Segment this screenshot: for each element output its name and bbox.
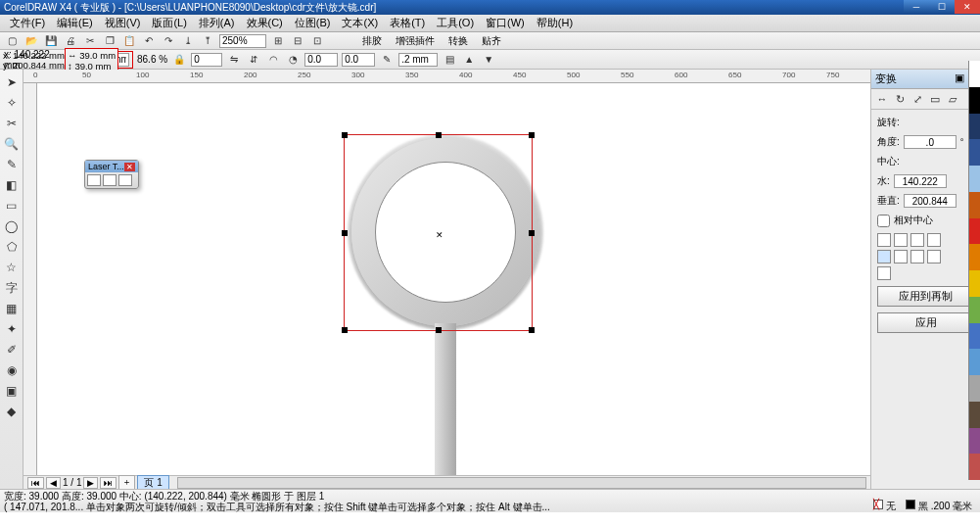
page-prev-icon[interactable]: ◀ xyxy=(46,477,61,489)
sel-handle-bl[interactable] xyxy=(342,327,348,333)
skew-tab-icon[interactable]: ▱ xyxy=(945,92,960,106)
redo-icon[interactable]: ↷ xyxy=(161,34,176,48)
laser-btn-2[interactable] xyxy=(103,174,117,186)
menu-file[interactable]: 文件(F) xyxy=(4,16,51,30)
palette-swatch-15[interactable] xyxy=(969,454,980,480)
new-icon[interactable]: ▢ xyxy=(4,34,20,48)
mirror-v-icon[interactable]: ⇵ xyxy=(246,53,261,67)
palette-swatch-4[interactable] xyxy=(969,166,980,192)
interactive-tool-icon[interactable]: ✦ xyxy=(3,320,21,338)
import-icon[interactable]: ⤓ xyxy=(180,34,196,48)
anchor-mr[interactable] xyxy=(894,250,908,264)
palette-swatch-14[interactable] xyxy=(969,428,980,455)
palette-swatch-7[interactable] xyxy=(969,244,980,270)
palette-swatch-6[interactable] xyxy=(969,218,980,245)
anchor-c[interactable] xyxy=(877,250,891,264)
sel-handle-tm[interactable] xyxy=(436,132,442,138)
position-tab-icon[interactable]: ↔ xyxy=(874,92,890,106)
sel-handle-bm[interactable] xyxy=(436,327,442,333)
anchor-bm[interactable] xyxy=(927,250,941,264)
palette-swatch-10[interactable] xyxy=(969,323,980,350)
relative-checkbox[interactable] xyxy=(877,215,890,227)
docker-collapse-icon[interactable]: ▣ xyxy=(955,72,964,83)
outline-icon[interactable]: ✎ xyxy=(379,53,395,67)
ext-enh[interactable]: 增强插件 xyxy=(396,34,435,48)
table-tool-icon[interactable]: ▦ xyxy=(3,300,21,317)
menu-layout[interactable]: 版面(L) xyxy=(146,16,192,30)
drawing-handle[interactable] xyxy=(435,323,456,475)
apply-copy-button[interactable]: 应用到再制 xyxy=(877,286,974,307)
ellipse-tool-icon[interactable]: ◯ xyxy=(3,217,21,235)
rotate-tab-icon[interactable]: ↻ xyxy=(892,92,908,106)
copy-icon[interactable]: ❐ xyxy=(102,34,117,48)
anchor-tl[interactable] xyxy=(877,233,891,247)
close-button[interactable]: ✕ xyxy=(955,0,980,14)
print-icon[interactable]: 🖨 xyxy=(63,34,78,48)
palette-swatch-8[interactable] xyxy=(969,270,980,297)
ruler-vertical[interactable] xyxy=(23,83,37,475)
angle-input[interactable] xyxy=(904,135,957,149)
back-icon[interactable]: ▼ xyxy=(481,53,496,67)
palette-swatch-1[interactable] xyxy=(969,87,980,114)
save-icon[interactable]: 💾 xyxy=(43,34,59,48)
h-scrollbar[interactable] xyxy=(177,477,866,489)
menu-table[interactable]: 表格(T) xyxy=(384,16,431,30)
page-first-icon[interactable]: ⏮ xyxy=(27,477,44,489)
sel-center[interactable]: ✕ xyxy=(436,230,443,240)
sel-handle-ml[interactable] xyxy=(342,230,348,236)
palette-swatch-3[interactable] xyxy=(969,139,980,166)
paste-icon[interactable]: 📋 xyxy=(121,34,137,48)
page-next-icon[interactable]: ▶ xyxy=(83,477,98,489)
scale-tab-icon[interactable]: ⤢ xyxy=(910,92,925,106)
eyedropper-tool-icon[interactable]: ✐ xyxy=(3,341,21,359)
polygon-tool-icon[interactable]: ⬠ xyxy=(3,238,21,256)
menu-edit[interactable]: 编辑(E) xyxy=(51,16,99,30)
drawing-canvas[interactable]: ✕ Laser T...✕ xyxy=(37,83,870,475)
laser-floating-toolbar[interactable]: Laser T...✕ xyxy=(84,160,139,189)
zoom-tool-icon[interactable]: 🔍 xyxy=(3,135,21,153)
menu-effects[interactable]: 效果(C) xyxy=(241,16,289,30)
smartfill-tool-icon[interactable]: ◧ xyxy=(3,176,21,194)
export-icon[interactable]: ⤒ xyxy=(200,34,215,48)
sel-handle-mr[interactable] xyxy=(529,230,535,236)
wrap-icon[interactable]: ▤ xyxy=(442,53,457,67)
ruler-horizontal[interactable]: 0 50 100 150 200 250 300 350 400 450 500… xyxy=(23,70,870,83)
sel-handle-tr[interactable] xyxy=(529,132,535,138)
palette-swatch-9[interactable] xyxy=(969,297,980,323)
anchor-bl[interactable] xyxy=(910,250,924,264)
palette-swatch-2[interactable] xyxy=(969,114,980,140)
freehand-tool-icon[interactable]: ✎ xyxy=(3,156,21,173)
ext-pos[interactable]: 排胶 xyxy=(362,34,382,48)
palette-swatch-5[interactable] xyxy=(969,192,980,218)
arc-icon[interactable]: ◠ xyxy=(265,53,281,67)
open-icon[interactable]: 📂 xyxy=(23,34,39,48)
outline-swatch[interactable] xyxy=(906,500,915,509)
palette-swatch-0[interactable] xyxy=(969,61,980,87)
anchor-tm[interactable] xyxy=(894,233,908,247)
arc-end[interactable] xyxy=(342,53,375,67)
text-tool-icon[interactable]: 字 xyxy=(3,279,21,297)
cut-icon[interactable]: ✂ xyxy=(82,34,98,48)
rectangle-tool-icon[interactable]: ▭ xyxy=(3,197,21,215)
mirror-h-icon[interactable]: ⇋ xyxy=(226,53,242,67)
menu-tools[interactable]: 工具(O) xyxy=(431,16,480,30)
crop-tool-icon[interactable]: ✂ xyxy=(3,115,21,132)
palette-swatch-12[interactable] xyxy=(969,375,980,402)
undo-icon[interactable]: ↶ xyxy=(141,34,157,48)
laser-btn-1[interactable] xyxy=(87,174,101,186)
palette-swatch-11[interactable] xyxy=(969,349,980,375)
anchor-tr[interactable] xyxy=(910,233,924,247)
menu-help[interactable]: 帮助(H) xyxy=(531,16,579,30)
outline-tool-icon[interactable]: ◉ xyxy=(3,361,21,379)
palette-swatch-13[interactable] xyxy=(969,402,980,428)
ext-conv[interactable]: 转换 xyxy=(448,34,468,48)
page-add-icon[interactable]: ＋ xyxy=(118,475,135,490)
anchor-ml[interactable] xyxy=(927,233,941,247)
front-icon[interactable]: ▲ xyxy=(461,53,477,67)
center-v-input[interactable] xyxy=(904,194,957,208)
pick-tool-icon[interactable]: ➤ xyxy=(3,73,21,91)
zoom-input[interactable] xyxy=(219,34,266,48)
center-h-input[interactable] xyxy=(894,174,947,188)
menu-bitmaps[interactable]: 位图(B) xyxy=(289,16,337,30)
anchor-br[interactable] xyxy=(877,266,891,280)
